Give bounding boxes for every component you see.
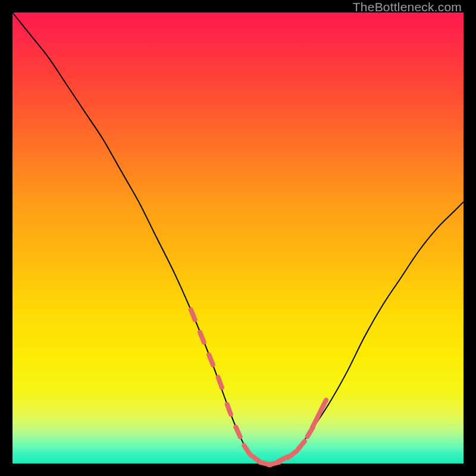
sweet-spot-marker bbox=[200, 332, 204, 342]
chart-svg bbox=[12, 12, 464, 464]
bottleneck-curve-path bbox=[12, 12, 464, 464]
sweet-spot-marker bbox=[218, 377, 222, 387]
sweet-spot-marker bbox=[236, 427, 240, 437]
sweet-spot-marker bbox=[191, 310, 195, 320]
sweet-spot-marker bbox=[244, 446, 250, 455]
sweet-spot-markers bbox=[191, 310, 326, 465]
sweet-spot-marker bbox=[209, 355, 213, 365]
watermark-text: TheBottleneck.com bbox=[353, 0, 462, 14]
sweet-spot-marker bbox=[288, 451, 296, 458]
chart-frame bbox=[12, 12, 464, 464]
bottleneck-curve bbox=[12, 12, 464, 464]
sweet-spot-marker bbox=[298, 441, 305, 450]
sweet-spot-marker bbox=[321, 400, 326, 409]
sweet-spot-marker bbox=[227, 405, 231, 415]
